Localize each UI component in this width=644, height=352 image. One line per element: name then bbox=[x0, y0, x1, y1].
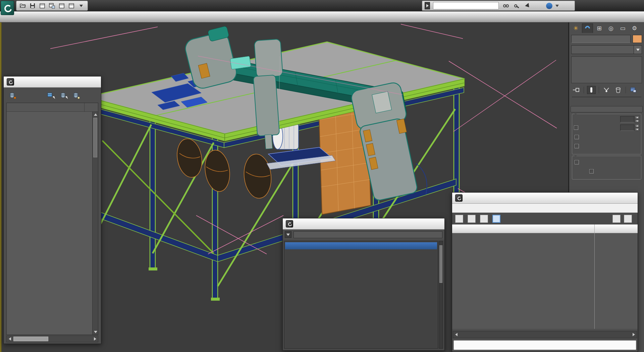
turbosmooth-rollout-header[interactable] bbox=[571, 106, 643, 112]
make-unique-icon[interactable] bbox=[602, 86, 611, 94]
create-tab-icon[interactable]: ✳ bbox=[570, 23, 581, 33]
maximize-button[interactable] bbox=[608, 0, 625, 10]
select-objects-in-layer-icon[interactable] bbox=[46, 91, 55, 99]
command-panel-tabs: ✳ ⊞ ◎ ▭ ⚙ bbox=[569, 22, 644, 33]
motion-tab-icon[interactable]: ◎ bbox=[605, 23, 616, 33]
asset-table bbox=[452, 233, 638, 329]
utilities-tab-icon[interactable]: ⚙ bbox=[629, 23, 640, 33]
menu-bar bbox=[0, 11, 644, 22]
object-name-field[interactable] bbox=[571, 35, 631, 43]
browser-options-icon[interactable] bbox=[285, 231, 291, 238]
search-binoculars-icon[interactable] bbox=[502, 2, 510, 10]
infocenter-bar bbox=[422, 1, 575, 11]
render-iters-field[interactable] bbox=[620, 124, 634, 131]
max-logo-icon bbox=[286, 220, 293, 228]
layer-panel-titlebar[interactable] bbox=[4, 77, 101, 88]
layer-list bbox=[6, 103, 98, 335]
open-file-icon[interactable] bbox=[19, 2, 27, 10]
asset-status-bar bbox=[453, 340, 636, 350]
max-logo-icon bbox=[455, 194, 463, 202]
app-logo-icon[interactable] bbox=[1, 1, 14, 15]
favorites-star-icon[interactable] bbox=[535, 2, 543, 10]
infocenter-arrow-icon[interactable] bbox=[425, 2, 430, 9]
display-tab-icon[interactable]: ▭ bbox=[617, 23, 628, 33]
keyword-search-input[interactable] bbox=[433, 2, 499, 9]
minimize-button[interactable] bbox=[586, 0, 603, 10]
material-browser-titlebar[interactable] bbox=[283, 218, 444, 230]
qat-dropdown-icon[interactable] bbox=[77, 2, 85, 10]
layer-horizontal-scrollbar[interactable] bbox=[6, 336, 98, 342]
list-view-icon[interactable] bbox=[468, 215, 476, 223]
highlight-layer-icon[interactable] bbox=[71, 91, 80, 99]
refresh-icon[interactable] bbox=[455, 215, 463, 223]
render-iters-spinner[interactable] bbox=[635, 124, 639, 131]
window-title bbox=[127, 0, 389, 11]
asset-horizontal-scrollbar[interactable] bbox=[453, 331, 637, 338]
table-view-icon[interactable] bbox=[492, 215, 500, 223]
scrollbar-thumb[interactable] bbox=[13, 337, 48, 341]
what-is-this-help-icon[interactable] bbox=[612, 215, 621, 223]
subscription-key-icon[interactable] bbox=[513, 2, 521, 10]
scene-materials-header[interactable] bbox=[285, 242, 437, 249]
create-new-layer-icon[interactable] bbox=[8, 91, 16, 99]
fetch-window-icon[interactable] bbox=[48, 2, 56, 10]
pin-stack-icon[interactable] bbox=[572, 86, 581, 94]
modifier-stack bbox=[571, 56, 642, 83]
layer-vertical-scrollbar[interactable] bbox=[92, 112, 98, 335]
asset-tracking-menubar bbox=[452, 204, 638, 213]
undo-window-icon[interactable] bbox=[38, 2, 46, 10]
asset-tracking-titlebar[interactable] bbox=[452, 193, 638, 204]
material-map-browser bbox=[282, 218, 445, 351]
configure-modifier-sets-icon[interactable] bbox=[629, 86, 638, 94]
set-current-layer-icon[interactable] bbox=[59, 91, 67, 99]
explicit-normals-checkbox[interactable] bbox=[575, 144, 579, 148]
asset-tracking-toolbar bbox=[452, 213, 638, 224]
layer-explorer-panel bbox=[3, 76, 101, 344]
materials-checkbox[interactable] bbox=[589, 169, 594, 173]
communication-center-icon[interactable] bbox=[524, 2, 532, 10]
iterations-spinner[interactable] bbox=[635, 116, 639, 122]
add-to-layer-icon[interactable] bbox=[33, 91, 42, 99]
material-search-input[interactable] bbox=[293, 231, 442, 238]
layer-toolbar bbox=[4, 88, 101, 102]
save-file-icon[interactable] bbox=[29, 2, 37, 10]
surface-parameters-group bbox=[572, 156, 641, 180]
context-help-icon[interactable] bbox=[624, 215, 632, 223]
object-color-swatch[interactable] bbox=[633, 35, 642, 43]
material-list bbox=[284, 241, 438, 349]
chevron-down-icon[interactable] bbox=[634, 46, 642, 54]
stack-tools bbox=[572, 86, 641, 97]
remove-modifier-trash-icon[interactable] bbox=[614, 86, 623, 94]
layers-column-header[interactable] bbox=[7, 103, 98, 112]
hierarchy-view-icon[interactable] bbox=[480, 215, 488, 223]
modify-tab-icon[interactable] bbox=[582, 23, 593, 33]
show-end-result-icon[interactable] bbox=[587, 86, 596, 94]
title-bar bbox=[0, 0, 644, 11]
help-dropdown-icon[interactable] bbox=[555, 5, 559, 7]
close-button[interactable] bbox=[629, 0, 644, 10]
scrollbar-thumb[interactable] bbox=[439, 245, 442, 283]
modifier-list-dropdown[interactable] bbox=[571, 45, 642, 54]
max-logo-icon bbox=[7, 78, 14, 86]
material-scrollbar[interactable] bbox=[439, 241, 443, 349]
quick-access-toolbar bbox=[16, 1, 88, 11]
hierarchy-tab-icon[interactable]: ⊞ bbox=[594, 23, 605, 33]
render-iters-checkbox[interactable] bbox=[574, 125, 578, 130]
asset-table-header[interactable] bbox=[452, 224, 638, 233]
delete-layer-icon[interactable] bbox=[20, 91, 29, 99]
help-icon[interactable] bbox=[546, 3, 552, 9]
scrollbar-thumb[interactable] bbox=[93, 118, 97, 157]
iterations-field[interactable] bbox=[620, 116, 634, 122]
window-icon[interactable] bbox=[67, 2, 75, 10]
isoline-display-checkbox[interactable] bbox=[575, 135, 579, 139]
smooth-result-checkbox[interactable] bbox=[575, 160, 579, 164]
viewport-active-border bbox=[0, 22, 2, 352]
main-group bbox=[572, 114, 641, 154]
new-window-icon[interactable] bbox=[58, 2, 66, 10]
asset-tracking-window bbox=[452, 192, 638, 352]
